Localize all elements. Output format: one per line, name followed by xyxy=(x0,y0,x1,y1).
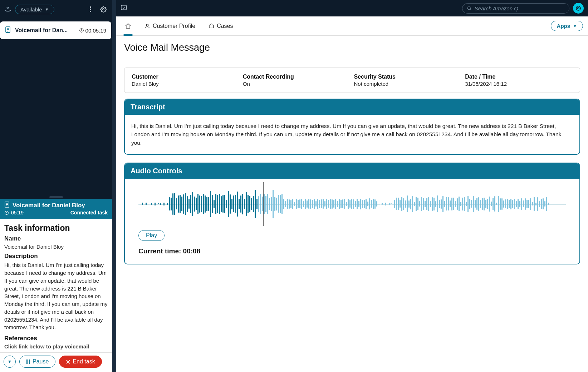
security-label: Security Status xyxy=(354,74,462,80)
topbar xyxy=(116,0,588,16)
date-label: Date / Time xyxy=(465,74,573,80)
task-desc-label: Description xyxy=(4,253,108,260)
audio-panel: Audio Controls Play Current time: 00:08 xyxy=(124,163,580,264)
svg-point-2 xyxy=(90,11,91,12)
home-icon xyxy=(125,23,131,29)
svg-line-20 xyxy=(470,9,471,10)
content: Voice Mail Message Customer Daniel Bloy … xyxy=(116,36,588,372)
sidebar: Available ▼ Voicemail for Dan... 00:05:1… xyxy=(0,0,112,372)
svg-rect-24 xyxy=(209,25,214,28)
sidebar-spacer xyxy=(0,39,112,196)
svg-point-21 xyxy=(576,6,580,10)
document-icon xyxy=(5,26,11,34)
page-title: Voice Mail Message xyxy=(124,42,580,53)
end-task-button-label: End task xyxy=(73,358,95,365)
customer-value: Daniel Bloy xyxy=(132,81,239,87)
current-time-prefix: Current time: xyxy=(138,247,183,255)
play-button[interactable]: Play xyxy=(138,230,165,241)
audio-heading: Audio Controls xyxy=(125,163,579,179)
date-value: 31/05/2024 16:12 xyxy=(465,81,573,87)
tab-customer-profile[interactable]: Customer Profile xyxy=(141,16,199,35)
task-banner-title: Voicemail for Daniel Bloy xyxy=(13,202,85,209)
sidebar-top-actions xyxy=(85,4,108,14)
transcript-body: Hi, this is Daniel. Um I'm just calling … xyxy=(125,115,579,154)
chevron-down-icon: ▼ xyxy=(573,24,577,28)
assistant-icon xyxy=(575,5,582,11)
task-refs-hint: Click link below to play voicemail xyxy=(4,343,108,349)
search-bar[interactable] xyxy=(462,3,569,14)
svg-point-19 xyxy=(467,6,470,9)
waveform-cursor[interactable] xyxy=(263,182,264,226)
tab-cases[interactable]: Cases xyxy=(205,16,236,35)
footer-more-button[interactable]: ▼ xyxy=(4,356,16,368)
svg-point-1 xyxy=(90,9,91,10)
task-card-title: Voicemail for Dan... xyxy=(15,27,75,34)
main-area: Customer Profile Cases Apps ▼ Voice Mail… xyxy=(116,0,588,372)
svg-point-0 xyxy=(90,6,91,8)
current-time-value: 00:08 xyxy=(183,247,201,255)
svg-rect-14 xyxy=(26,359,28,364)
assistant-button[interactable] xyxy=(573,3,584,14)
svg-point-22 xyxy=(578,8,579,9)
task-banner-status: Connected task xyxy=(70,210,108,215)
svg-rect-15 xyxy=(29,359,30,364)
document-icon xyxy=(4,202,10,209)
tab-customer-profile-label: Customer Profile xyxy=(153,23,195,29)
person-icon xyxy=(144,23,150,29)
search-icon xyxy=(467,6,472,11)
security-value: Not completed xyxy=(354,81,462,87)
play-button-label: Play xyxy=(146,232,157,238)
apps-dropdown[interactable]: Apps ▼ xyxy=(551,21,583,31)
task-card-timer-value: 00:05:19 xyxy=(85,28,106,34)
waveform-bars xyxy=(138,184,566,224)
task-card[interactable]: Voicemail for Dan... 00:05:19 xyxy=(0,21,111,39)
recording-label: Contact Recording xyxy=(243,74,351,80)
waveform[interactable] xyxy=(138,184,566,224)
briefcase-icon xyxy=(209,23,214,29)
transcript-panel: Transcript Hi, this is Daniel. Um I'm ju… xyxy=(124,99,580,155)
svg-point-23 xyxy=(146,24,148,26)
tab-divider xyxy=(202,21,202,31)
customer-label: Customer xyxy=(132,74,239,80)
brand-icon xyxy=(4,6,12,13)
task-card-timer: 00:05:19 xyxy=(79,28,106,34)
info-box: Customer Daniel Bloy Contact Recording O… xyxy=(124,68,580,93)
task-desc-value: Hi, this is Daniel. Um I'm just calling … xyxy=(4,261,108,331)
sidebar-divider[interactable] xyxy=(112,0,116,372)
tab-cases-label: Cases xyxy=(217,23,233,29)
clock-icon xyxy=(4,210,9,215)
svg-rect-18 xyxy=(121,5,126,10)
task-name-value: Voicemail for Daniel Bloy xyxy=(4,244,108,250)
current-time: Current time: 00:08 xyxy=(138,247,573,255)
panel-toggle-icon[interactable] xyxy=(121,4,127,12)
search-input[interactable] xyxy=(475,5,565,11)
task-refs-label: References xyxy=(4,335,108,342)
more-menu-button[interactable] xyxy=(85,4,95,14)
task-banner: Voicemail for Daniel Bloy 05:19 Connecte… xyxy=(0,199,112,219)
apps-label: Apps xyxy=(557,23,570,29)
panel-resize-handle[interactable] xyxy=(49,196,63,198)
transcript-heading: Transcript xyxy=(125,99,579,115)
end-task-button[interactable]: End task xyxy=(59,356,102,368)
sidebar-top-row: Available ▼ xyxy=(0,0,112,19)
recording-value: On xyxy=(243,81,351,87)
task-name-label: Name xyxy=(4,235,108,242)
sidebar-footer: ▼ Pause End task xyxy=(0,352,112,372)
chevron-down-icon: ▼ xyxy=(45,7,49,11)
close-icon xyxy=(66,359,70,364)
task-banner-timer: 05:19 xyxy=(11,210,24,215)
pause-button[interactable]: Pause xyxy=(19,356,55,368)
agent-status-dropdown[interactable]: Available ▼ xyxy=(15,5,54,14)
svg-point-3 xyxy=(103,9,104,10)
agent-status-label: Available xyxy=(20,6,42,13)
task-info-panel: Task information Name Voicemail for Dani… xyxy=(0,219,112,352)
tabbar: Customer Profile Cases Apps ▼ xyxy=(116,16,588,36)
settings-button[interactable] xyxy=(98,4,108,14)
tab-divider xyxy=(138,21,138,31)
task-info-heading: Task information xyxy=(4,223,108,233)
tab-home[interactable] xyxy=(121,16,135,35)
chevron-down-icon: ▼ xyxy=(8,359,12,364)
pause-icon xyxy=(26,359,30,364)
pause-button-label: Pause xyxy=(33,358,49,365)
